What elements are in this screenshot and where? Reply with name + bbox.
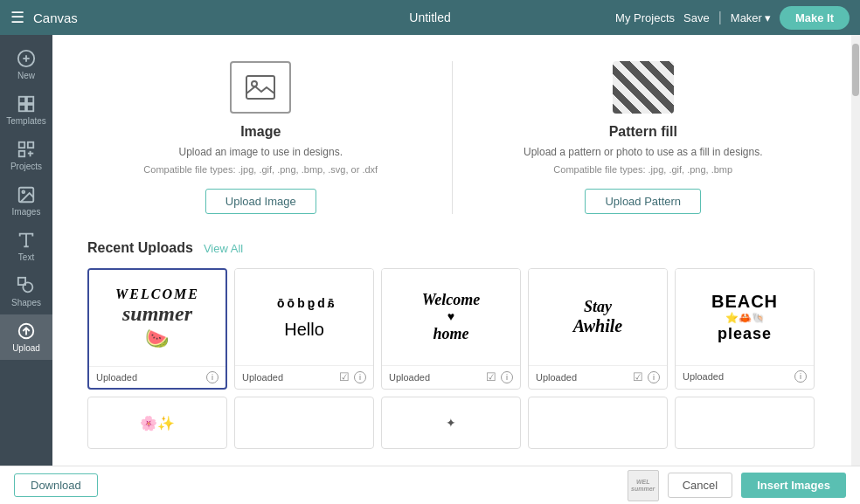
image-upload-compat: Compatible file types: .jpg, .gif, .png,… [143, 163, 378, 176]
svg-rect-7 [19, 142, 24, 148]
pattern-upload-section: Pattern fill Upload a pattern or photo t… [470, 61, 817, 214]
insert-images-button[interactable]: Insert Images [741, 473, 846, 498]
card-image-5: BEACH ⭐🦀🐚 please [676, 269, 814, 365]
info-icon-3[interactable]: i [501, 371, 513, 383]
card-label-1: Uploaded [96, 372, 137, 383]
shapes-icon [17, 276, 36, 295]
card-footer-4: Uploaded ☑ i [529, 365, 667, 388]
upload-pattern-button[interactable]: Upload Pattern [585, 189, 701, 214]
recent-header: Recent Uploads View All [87, 240, 816, 256]
sidebar-item-text[interactable]: Text [0, 224, 52, 269]
svg-rect-20 [246, 76, 274, 99]
top-nav: ☰ Canvas Untitled My Projects Save | Mak… [0, 0, 860, 35]
sidebar-item-images[interactable]: Images [0, 178, 52, 224]
card-image-4: Stay Awhile [529, 269, 667, 365]
svg-point-13 [22, 190, 24, 193]
bottom-right: WELsummer Cancel Insert Images [628, 470, 846, 501]
upload-card-9[interactable] [528, 397, 668, 449]
scrollbar[interactable] [851, 35, 860, 466]
chevron-down-icon: ▾ [765, 11, 771, 24]
my-projects-link[interactable]: My Projects [615, 11, 675, 24]
upload-grid: WELCOME summer 🍉 Uploaded i ābgdōō [87, 268, 816, 390]
check-icon-2[interactable]: ☑ [339, 370, 350, 383]
make-it-button[interactable]: Make It [780, 6, 850, 30]
section-divider [452, 61, 453, 214]
upload-grid-row2: 🌸✨ ✦ [87, 397, 816, 449]
new-icon [17, 49, 36, 68]
info-icon-2[interactable]: i [354, 371, 366, 383]
upload-card-1[interactable]: WELCOME summer 🍉 Uploaded i [87, 268, 227, 390]
card-footer-5: Uploaded i [676, 365, 814, 387]
card-footer-2: Uploaded ☑ i [235, 365, 373, 388]
card-label-3: Uploaded [389, 372, 430, 383]
pattern-upload-icon [613, 61, 674, 114]
sidebar-item-projects[interactable]: Projects [0, 133, 52, 178]
svg-point-21 [252, 81, 257, 86]
sidebar-item-templates[interactable]: Templates [0, 87, 52, 133]
scrollbar-thumb[interactable] [852, 44, 859, 96]
check-icon-4[interactable]: ☑ [633, 370, 643, 383]
upload-sections: Image Upload an image to use in designs.… [87, 61, 816, 214]
pattern-upload-compat: Compatible file types: .jpg, .gif, .png,… [553, 163, 732, 176]
card-label-2: Uploaded [242, 372, 283, 383]
doc-title[interactable]: Untitled [409, 10, 450, 24]
hamburger-icon[interactable]: ☰ [10, 8, 24, 27]
nav-divider: | [718, 10, 722, 25]
templates-icon [17, 94, 36, 114]
pattern-upload-desc: Upload a pattern or photo to use as a fi… [524, 145, 763, 160]
view-all-link[interactable]: View All [204, 242, 243, 255]
maker-button[interactable]: Maker ▾ [731, 11, 771, 24]
save-button[interactable]: Save [683, 11, 710, 24]
sidebar: New Templates Projects Images [0, 35, 52, 466]
card-image-2: ābgdōō Hello [235, 269, 373, 365]
upload-card-7[interactable] [234, 397, 374, 449]
selected-thumb-preview: WELsummer [628, 470, 659, 501]
card-label-5: Uploaded [683, 371, 724, 382]
card-image-1: WELCOME summer 🍉 [89, 270, 225, 366]
info-icon-1[interactable]: i [206, 371, 218, 383]
check-icon-3[interactable]: ☑ [486, 370, 496, 383]
svg-rect-5 [19, 105, 25, 111]
svg-point-16 [23, 282, 32, 292]
svg-rect-3 [19, 97, 25, 103]
top-nav-right: My Projects Save | Maker ▾ Make It [615, 6, 850, 30]
pattern-upload-title: Pattern fill [609, 124, 677, 140]
download-button[interactable]: Download [14, 473, 98, 497]
svg-rect-6 [27, 105, 33, 111]
upload-card-6[interactable]: 🌸✨ [87, 397, 227, 449]
svg-rect-9 [19, 151, 24, 156]
upload-card-10[interactable] [675, 397, 815, 449]
info-icon-4[interactable]: i [648, 371, 660, 383]
svg-rect-4 [27, 97, 33, 103]
image-upload-icon [230, 61, 291, 114]
main-layout: New Templates Projects Images [0, 35, 860, 466]
upload-icon [17, 321, 36, 341]
image-upload-desc: Upload an image to use in designs. [179, 145, 343, 160]
images-icon [17, 185, 36, 204]
sidebar-item-shapes[interactable]: Shapes [0, 269, 52, 314]
card-image-3: Welcome ♥ home [382, 269, 520, 365]
card-footer-icons-4: ☑ i [633, 370, 660, 383]
upload-card-4[interactable]: Stay Awhile Uploaded ☑ i [528, 268, 668, 390]
text-icon [17, 231, 36, 250]
sidebar-item-new[interactable]: New [0, 42, 52, 87]
upload-card-5[interactable]: BEACH ⭐🦀🐚 please Uploaded i [675, 268, 815, 390]
sidebar-item-upload[interactable]: Upload [0, 314, 52, 360]
image-upload-section: Image Upload an image to use in designs.… [87, 61, 434, 214]
upload-card-8[interactable]: ✦ [381, 397, 521, 449]
card-footer-icons-3: ☑ i [486, 370, 513, 383]
info-icon-5[interactable]: i [794, 370, 807, 383]
svg-rect-8 [28, 142, 33, 148]
app-name: Canvas [33, 10, 78, 25]
upload-card-3[interactable]: Welcome ♥ home Uploaded ☑ i [381, 268, 521, 390]
card-footer-3: Uploaded ☑ i [382, 365, 520, 388]
projects-icon [17, 140, 36, 159]
upload-card-2[interactable]: ābgdōō Hello Uploaded ☑ i [234, 268, 374, 390]
cancel-button[interactable]: Cancel [668, 473, 732, 498]
upload-image-button[interactable]: Upload Image [205, 189, 316, 214]
content-area: Image Upload an image to use in designs.… [52, 35, 851, 466]
card-footer-icons-5: i [794, 370, 807, 383]
image-upload-title: Image [240, 124, 281, 140]
card-footer-icons-1: i [206, 371, 218, 383]
card-footer-icons-2: ☑ i [339, 370, 366, 383]
